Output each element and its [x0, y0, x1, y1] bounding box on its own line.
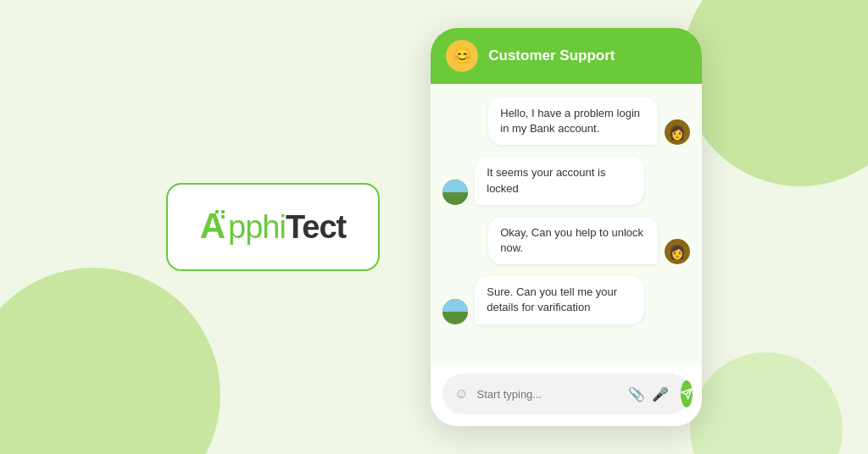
logo-dot-4 — [215, 215, 219, 219]
message-row-2: It seems your account is locked — [442, 157, 690, 204]
agent-avatar-2 — [442, 180, 468, 205]
agent-avatar-landscape — [442, 180, 468, 205]
chat-header: 😊 Customer Support — [431, 28, 702, 84]
message-row-4: Sure. Can you tell me your details for v… — [442, 276, 690, 324]
input-icons: 📎 🎤 — [628, 386, 669, 402]
send-icon — [681, 388, 693, 400]
send-button[interactable] — [681, 380, 693, 407]
user-avatar-3: 👩 — [665, 239, 690, 264]
logo-tect-text: Tect — [286, 209, 346, 246]
agent-avatar-4 — [442, 299, 468, 324]
logo-dot-8 — [221, 220, 225, 224]
logo-dot-6 — [227, 215, 231, 219]
agent-avatar-landscape-2 — [442, 299, 468, 324]
message-text-1: Hello, I have a problem login in my Bank… — [500, 107, 640, 135]
logo-dot-9 — [227, 220, 231, 224]
logo-dot-2 — [221, 210, 225, 213]
chat-header-title: Customer Support — [488, 47, 615, 64]
message-bubble-4: Sure. Can you tell me your details for v… — [475, 276, 644, 324]
main-layout: A pphi Tect — [0, 0, 868, 454]
chat-footer: ☺ 📎 🎤 — [431, 365, 702, 426]
header-avatar: 😊 — [446, 40, 478, 72]
attachment-icon[interactable]: 📎 — [628, 386, 645, 402]
message-text-2: It seems your account is locked — [487, 166, 605, 194]
message-bubble-1: Hello, I have a problem login in my Bank… — [488, 97, 658, 145]
logo-a-wrapper: A — [200, 208, 225, 246]
user-avatar-1: 👩 — [665, 119, 690, 145]
logo-box: A pphi Tect — [166, 183, 381, 271]
message-row-3: 👩 Okay, Can you help to unlock now. — [442, 217, 690, 264]
logo-dot-1 — [215, 210, 219, 213]
chat-body[interactable]: 👩 Hello, I have a problem login in my Ba… — [431, 84, 702, 365]
microphone-icon[interactable]: 🎤 — [652, 386, 669, 402]
logo-pphi-text: pphi — [228, 209, 286, 246]
logo-dot-3 — [227, 210, 231, 213]
emoji-icon[interactable]: ☺ — [454, 386, 468, 401]
message-bubble-3: Okay, Can you help to unlock now. — [488, 217, 658, 264]
message-text-3: Okay, Can you help to unlock now. — [500, 226, 643, 254]
logo-section: A pphi Tect — [166, 183, 381, 271]
logo-dot-5 — [221, 215, 225, 219]
phone-mockup: 😊 Customer Support 👩 Hello, I have a pro… — [431, 28, 702, 426]
logo-dot-7 — [215, 220, 219, 224]
message-bubble-2: It seems your account is locked — [475, 157, 644, 204]
input-bar: ☺ 📎 🎤 — [442, 374, 690, 414]
logo-text: A pphi Tect — [200, 208, 347, 246]
message-text-4: Sure. Can you tell me your details for v… — [487, 285, 617, 313]
message-row-1: 👩 Hello, I have a problem login in my Ba… — [442, 97, 690, 145]
logo-dots — [215, 210, 231, 224]
header-avatar-emoji: 😊 — [453, 47, 471, 65]
message-input[interactable] — [477, 388, 620, 401]
